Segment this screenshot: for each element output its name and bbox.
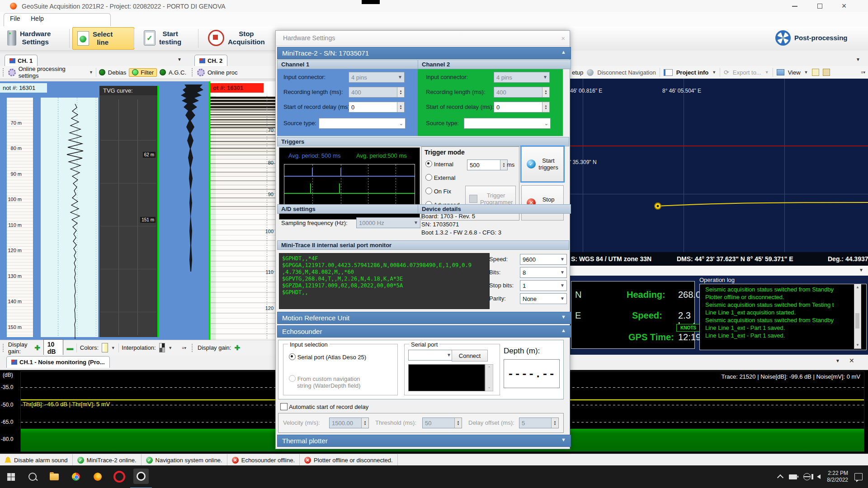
speaker-icon[interactable]	[817, 474, 821, 479]
spinner-arrows[interactable]: ▲▼	[397, 87, 404, 97]
start-testing-button[interactable]: Starttesting	[139, 27, 186, 49]
nav-tab-dropdown-icon[interactable]: ▼	[856, 57, 860, 62]
search-button[interactable]	[22, 465, 43, 488]
file-explorer-button[interactable]	[43, 465, 65, 488]
echosounder-section-header[interactable]: Echosounder▲	[277, 325, 571, 338]
select-line-button[interactable]: Selectline	[72, 27, 134, 50]
parity-select[interactable]: None▼	[520, 293, 567, 304]
thermal-plotter-section-header[interactable]: Thermal plotter▼	[277, 435, 571, 447]
battery-icon[interactable]	[789, 474, 797, 479]
chevron-down-icon[interactable]: ▼	[712, 70, 716, 75]
firefox-button[interactable]	[87, 465, 108, 488]
mru-section-header[interactable]: Motion Reference Unit▼	[277, 312, 571, 324]
minitrace-section-header[interactable]: MiniTrace-2 - S/N: 17035071▲	[277, 47, 571, 59]
project-info-button[interactable]: Project info	[676, 69, 709, 76]
export-image-icon[interactable]	[823, 69, 830, 76]
close-icon[interactable]: ✕	[849, 357, 854, 364]
ch1-record-delay-input[interactable]: 0▲▼	[349, 102, 405, 113]
network-icon[interactable]	[803, 473, 811, 480]
menu-file[interactable]: File	[10, 15, 20, 22]
trigger-mode-radio[interactable]: Internal	[425, 160, 453, 168]
trigger-interval-input[interactable]: 500▲▼	[467, 160, 508, 170]
echo-port-select[interactable]: ▼	[408, 350, 453, 361]
bits-select[interactable]: 8▼	[520, 267, 567, 278]
agc-toggle[interactable]: A.G.C.	[169, 69, 186, 76]
tray-chevron-icon[interactable]	[777, 474, 783, 481]
start-triggers-button[interactable]: ✓ Start triggers	[521, 146, 564, 182]
taskbar-clock[interactable]: 2:22 PM 8/2/2022	[827, 470, 848, 483]
log-scrollbar[interactable]: ▲ ▼	[854, 284, 861, 349]
chrome-button[interactable]	[65, 465, 87, 488]
tab-ch1[interactable]: CH. 1	[5, 55, 38, 66]
ch2-source-type-select[interactable]: ⌄	[464, 118, 551, 129]
threshold-input[interactable]: 50▲▼	[422, 418, 462, 428]
status-item[interactable]: Plotter offline or disconnected.	[300, 454, 398, 466]
spinner-arrows[interactable]: ▲▼	[500, 160, 507, 170]
operation-log[interactable]: Seismic acquisition status switched from…	[699, 284, 867, 350]
start-button[interactable]	[0, 465, 22, 488]
velocity-input[interactable]: 1500.00▲▼	[329, 418, 369, 428]
chevron-down-icon[interactable]: ▼	[835, 358, 840, 363]
chevron-down-icon[interactable]: ▼	[111, 346, 115, 350]
stop-triggers-button[interactable]: ✕ Stop triggers	[521, 185, 564, 221]
gain-increase-button[interactable]: ✚	[34, 344, 40, 352]
ch2-input-connector-select[interactable]: 4 pins▼	[494, 72, 550, 83]
ch2-record-delay-input[interactable]: 0▲▼	[494, 102, 550, 113]
ch1-recording-length-input[interactable]: 400▲▼	[349, 87, 405, 98]
tab-noise-monitoring[interactable]: CH.1 - Noise monitoring (Pro...	[6, 356, 110, 368]
gain-decrease-button[interactable]: ▬	[66, 344, 73, 352]
spinner-arrows[interactable]: ▲▼	[542, 87, 549, 97]
overflow-button[interactable]: ≡▾	[182, 346, 186, 350]
dialog-title-bar[interactable]: Hardware Settings ×	[276, 31, 570, 46]
stop-bits-select[interactable]: 1▼	[520, 280, 567, 291]
navigation-setup-button[interactable]: etup	[572, 69, 583, 76]
maximize-button[interactable]	[809, 0, 830, 12]
trigger-mode-radio[interactable]: External	[425, 174, 455, 181]
status-item[interactable]: Disable alarm sound	[0, 454, 73, 466]
serial-console[interactable]: $GPHDT,,*4F$GPGGA,121917.00,4423.5794128…	[279, 253, 490, 309]
hardware-settings-button[interactable]: HardwareSettings	[3, 27, 55, 49]
opera-button[interactable]	[108, 465, 130, 488]
close-button[interactable]: ×	[834, 0, 854, 12]
minimize-button[interactable]	[785, 0, 806, 12]
ch1-tab-dropdown-icon[interactable]: ▼	[177, 57, 182, 62]
connect-button[interactable]: Connect	[452, 350, 488, 361]
chevron-down-icon[interactable]: ▼	[859, 267, 863, 272]
stop-acquisition-button[interactable]: StopAcquisition	[203, 27, 269, 49]
online-processing-settings[interactable]: Online processing settings	[19, 66, 86, 79]
sampling-frequency-select[interactable]: 10000 Hz▼	[356, 217, 420, 228]
menu-help[interactable]: Help	[31, 15, 44, 22]
ch1-input-connector-select[interactable]: 4 pins▼	[349, 72, 405, 83]
knots-button[interactable]: KNOTS	[676, 324, 700, 332]
chevron-down-icon[interactable]: ▼	[804, 70, 808, 75]
speed-select[interactable]: 9600▼	[520, 254, 567, 265]
spinner-arrows[interactable]: ▲▼	[542, 102, 549, 112]
ch1-source-type-select[interactable]: ⌄	[319, 118, 406, 129]
post-processing-button[interactable]: Post-processing	[771, 27, 852, 49]
colors-swatch[interactable]	[102, 343, 108, 352]
echo-scrollbar[interactable]: ⌃ ⌄	[485, 364, 493, 391]
debias-toggle[interactable]: Debias	[108, 69, 126, 76]
tab-ch2[interactable]: CH. 2	[194, 55, 227, 66]
view-button[interactable]: View	[788, 69, 801, 76]
export-to-button[interactable]: Export to...	[733, 69, 761, 76]
auto-delay-checkbox[interactable]: Automatic start of record delay	[280, 403, 368, 410]
chevron-down-icon[interactable]: ▼	[89, 70, 93, 75]
serial-port-radio[interactable]: Serial port (Atlas Deso 25)	[289, 353, 366, 361]
online-processing-settings[interactable]: Online proc	[208, 69, 237, 76]
chevron-down-icon[interactable]: ▼	[168, 346, 172, 350]
trigger-mode-radio[interactable]: On Fix	[425, 188, 451, 195]
status-item[interactable]: Navigation system online.	[142, 454, 227, 466]
disconnect-navigation-button[interactable]: Disconnect Navigation	[597, 69, 656, 76]
print-preview-icon[interactable]	[812, 69, 819, 76]
ch1-seismic-display[interactable]: not #: 16301 70 m80 m90 m100 m110 m120 m…	[0, 81, 209, 340]
delay-offset-input[interactable]: 5▲▼	[519, 418, 559, 428]
interpolation-swatch[interactable]	[159, 343, 165, 352]
action-center-icon[interactable]	[854, 473, 863, 480]
ch2-seismic-display[interactable]: ot #: 16301 708090100110120	[209, 81, 275, 340]
gain-increase-button[interactable]: ✚	[234, 344, 240, 352]
overflow-button[interactable]: ≡▾	[861, 70, 865, 75]
status-item[interactable]: Echosounder offline.	[227, 454, 300, 466]
spinner-arrows[interactable]: ▲▼	[397, 102, 404, 112]
ch2-recording-length-input[interactable]: 400▲▼	[494, 87, 550, 98]
